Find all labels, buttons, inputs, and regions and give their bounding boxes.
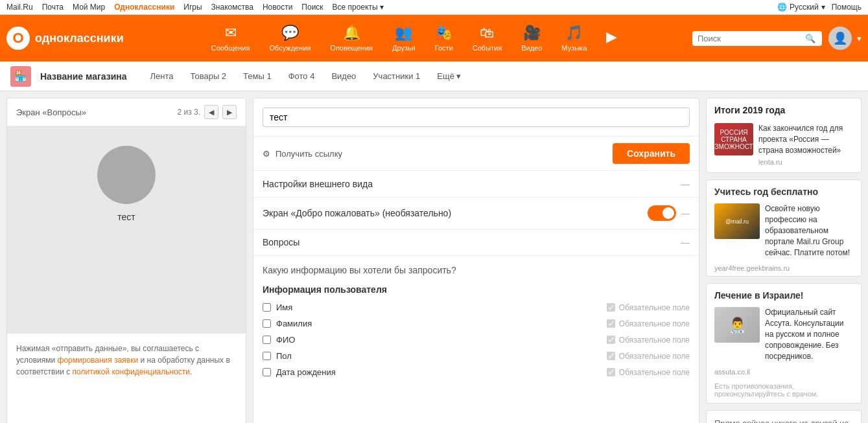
top-nav-ok[interactable]: Одноклассники [114,3,174,12]
tab-lenta[interactable]: Лента [143,69,182,84]
nav-events[interactable]: 🛍 События [463,21,511,56]
privacy-link[interactable]: политикой конфиденциальности [73,367,190,376]
tab-uchastniki[interactable]: Участники 1 [365,69,428,84]
left-panel-header: Экран «Вопросы» 2 из 3. ◀ ▶ [7,98,246,126]
required-label-name: Обязательное поле [619,303,690,312]
tab-more[interactable]: Ещё ▾ [429,69,469,84]
field-row-name: Имя Обязательное поле [263,303,690,312]
top-nav-igry[interactable]: Игры [183,3,202,12]
panel-nav: 2 из 3. ◀ ▶ [177,105,237,119]
guests-icon: 🎭 [435,25,452,41]
questions-label: Вопросы [263,237,299,247]
top-nav-allprojects[interactable]: Все проекты ▾ [333,3,384,12]
events-icon: 🛍 [480,25,494,41]
prev-screen-button[interactable]: ◀ [204,105,218,119]
header-right: 👤 ▾ [828,27,862,50]
ad-card-1: Учитесь год бесплатно @mail.ru Освойте н… [706,179,862,277]
top-nav-znakomstva[interactable]: Знакомства [211,3,253,12]
field-row-gender: Пол Обязательное поле [263,351,690,361]
top-nav-novosti[interactable]: Новости [263,3,292,12]
form-link-row: ⚙ Получить ссылку Сохранить [253,137,699,171]
nav-events-label: События [473,44,502,52]
field-label-gender: Пол [276,351,292,361]
nav-friends[interactable]: 👥 Друзья [383,21,425,56]
questions-body: Какую информацию вы хотели бы запросить?… [253,256,699,393]
logo-text: одноклассники [35,32,124,45]
nav-music[interactable]: 🎵 Музыка [552,21,596,56]
field-label-birthdate: Дата рождения [276,367,336,377]
user-avatar[interactable]: 👤 [828,27,852,50]
nav-discussions-label: Обсуждения [269,44,311,52]
friends-icon: 👥 [395,25,412,41]
tab-temy[interactable]: Темы 1 [235,69,279,84]
ad-title-2: Лечение в Израиле! [707,284,861,303]
nav-notifications[interactable]: 🔔 Оповещения [321,21,382,56]
top-nav-pochta[interactable]: Почта [42,3,64,12]
checkbox-fullname[interactable] [263,336,271,344]
tab-foto[interactable]: Фото 4 [281,69,323,84]
logo[interactable]: О одноклассники [6,27,136,50]
collapse-icon: — [681,209,690,218]
ad-source-1: year4free.geekbrains.ru [707,264,861,276]
tab-video[interactable]: Видео [323,69,364,84]
checkbox-birthdate[interactable] [263,368,271,376]
form-title-input[interactable] [263,108,690,127]
next-screen-button[interactable]: ▶ [222,105,237,119]
news-content: Как закончился год для проекта «Россия —… [758,123,853,166]
nav-play[interactable]: ▶ [597,25,626,52]
news-text: Как закончился год для проекта «Россия —… [758,123,853,155]
nav-video-label: Видео [521,44,542,52]
field-row-surname: Фамилия Обязательное поле [263,319,690,328]
checkbox-surname[interactable] [263,319,271,328]
form-top [253,98,699,137]
gear-icon: ⚙ [263,149,270,159]
top-nav-poisk[interactable]: Поиск [301,3,323,12]
play-icon: ▶ [606,29,617,45]
top-nav-mailru[interactable]: Mail.Ru [6,3,33,12]
shop-logo: 🏪 [10,66,31,87]
profile-tabs: Лента Товары 2 Темы 1 Фото 4 Видео Участ… [143,69,469,84]
language-selector[interactable]: 🌐 Русский ▾ [777,3,825,12]
nav-discussions[interactable]: 💬 Обсуждения [260,21,320,56]
ad-item-2: 👨‍⚕️ Официальный сайт Ассута. Консультац… [707,303,861,368]
nav-guests-label: Гости [435,44,453,52]
chevron-down-icon[interactable]: ▾ [857,34,862,43]
ad-text-1: Освойте новую профессию на образовательн… [765,203,853,258]
news-source: lenta.ru [758,158,853,166]
appearance-section-header[interactable]: Настройки внешнего вида — [253,171,699,198]
questions-section-header[interactable]: Вопросы — [253,229,699,256]
nav-messages[interactable]: ✉ Сообщения [202,21,259,56]
chevron-down-icon: ▾ [456,71,461,81]
appearance-label: Настройки внешнего вида [263,179,373,189]
chevron-down-icon: ▾ [380,3,384,12]
nav-friends-label: Друзья [392,44,416,52]
welcome-toggle[interactable] [648,205,676,221]
required-checkbox-gender [607,352,615,360]
search-icon: 🔍 [805,34,815,43]
nav-video[interactable]: 🎥 Видео [512,21,551,56]
checkbox-gender[interactable] [263,352,271,360]
nav-music-label: Музыка [561,44,587,52]
question-prompt: Какую информацию вы хотели бы запросить? [263,265,690,275]
terms-link[interactable]: формирования заявки [58,356,139,365]
bell-icon: 🔔 [343,25,360,41]
save-button[interactable]: Сохранить [613,143,690,164]
video-icon: 🎥 [523,25,541,41]
nav-notifications-label: Оповещения [330,44,373,52]
messages-icon: ✉ [225,25,237,41]
required-checkbox-birthdate [607,368,615,376]
chevron-down-icon: ▾ [821,3,825,12]
get-link[interactable]: ⚙ Получить ссылку [263,149,342,159]
top-nav: Mail.Ru Почта Мой Мир Одноклассники Игры… [0,0,868,15]
left-panel-preview: тест [7,126,246,334]
required-label-surname: Обязательное поле [619,319,690,328]
checkbox-name[interactable] [263,303,271,312]
welcome-toggle-row: Экран «Добро пожаловать» (необязательно)… [253,198,699,229]
help-link[interactable]: Помощь [832,3,862,12]
nav-guests[interactable]: 🎭 Гости [426,21,462,56]
tab-tovary[interactable]: Товары 2 [183,69,235,84]
top-nav-moimir[interactable]: Мой Мир [73,3,105,12]
news-item: РОССИЯСТРАНАВОЗМОЖНОСТЕЙ Как закончился … [707,119,861,172]
search-input[interactable] [698,34,801,43]
ad-item-1: @mail.ru Освойте новую профессию на обра… [707,200,861,264]
